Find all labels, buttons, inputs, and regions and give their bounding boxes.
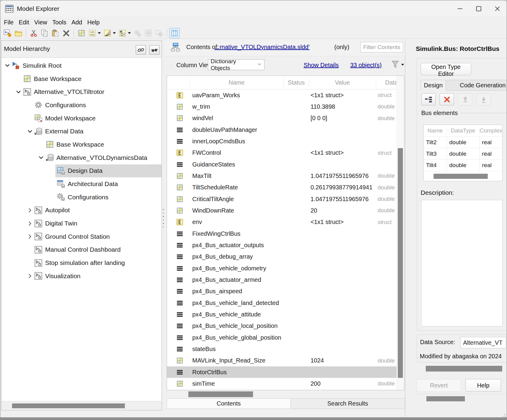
- resize-grip-icon[interactable]: [500, 412, 505, 417]
- menu-add[interactable]: Add: [71, 19, 82, 26]
- object-count-link[interactable]: 33 object(s): [350, 62, 382, 69]
- tree-item-design-data[interactable]: Design Data: [2, 164, 162, 178]
- add-bus-element-button[interactable]: [421, 93, 436, 105]
- dictionary-file-link[interactable]: ...rnative_VTOLDynamicsData.sldd': [215, 44, 310, 51]
- table-row-px4-bus-vehicle-local-position[interactable]: px4_Bus_vehicle_local_position: [167, 320, 397, 332]
- bus-element-row-tilt3[interactable]: Tilt3doublereal: [424, 148, 502, 159]
- paste-button[interactable]: [50, 28, 60, 38]
- column-header-datatype[interactable]: DataType: [376, 78, 397, 87]
- table-row-px4-bus-actuator-armed[interactable]: px4_Bus_actuator_armed: [167, 274, 397, 285]
- maximize-button[interactable]: [469, 0, 488, 17]
- tree-item-ground-control-station[interactable]: Ground Control Station: [2, 230, 162, 243]
- table-row-winddownrate[interactable]: WindDownRate20double: [167, 205, 397, 216]
- bus-table-hscroll-thumb[interactable]: [434, 174, 488, 179]
- open-type-editor-button[interactable]: Open Type Editor: [421, 63, 471, 75]
- tree-item-configurations[interactable]: Configurations: [2, 98, 162, 112]
- link-library-button[interactable]: [136, 45, 146, 54]
- tree-item-architectural-data[interactable]: Architectural Data: [2, 177, 162, 191]
- new-model-button[interactable]: [2, 28, 13, 38]
- column-header-value[interactable]: Value: [309, 78, 376, 87]
- table-row-px4-bus-vehicle-attitude[interactable]: px4_Bus_vehicle_attitude: [167, 309, 397, 320]
- close-button[interactable]: [488, 0, 507, 17]
- preview-glasses-button[interactable]: [149, 45, 159, 54]
- table-row-fixedwingctrlbus[interactable]: FixedWingCtrlBus: [167, 228, 397, 239]
- menu-file[interactable]: File: [4, 19, 14, 26]
- column-view-button[interactable]: [169, 28, 180, 38]
- tree-item-alternative-vtoldynamicsdata[interactable]: Alternative_VTOLDynamicsData: [2, 151, 162, 164]
- menu-edit[interactable]: Edit: [19, 19, 29, 26]
- table-row-statebus[interactable]: stateBus: [167, 343, 397, 355]
- copy-button[interactable]: [39, 28, 50, 38]
- table-row-w-trim[interactable]: w_trim110.3898double: [167, 101, 397, 112]
- filter-contents-input[interactable]: [360, 42, 403, 52]
- tab-design[interactable]: Design: [421, 80, 446, 91]
- tab-search-results[interactable]: Search Results: [291, 398, 405, 409]
- table-row-doubleuavpathmanager[interactable]: doubleUavPathManager: [167, 124, 397, 135]
- table-row-px4-bus-airspeed[interactable]: px4_Bus_airspeed: [167, 286, 397, 297]
- tree-item-digital-twin[interactable]: Digital Twin: [2, 217, 162, 230]
- table-row-env[interactable]: env<1x1 struct>struct: [167, 216, 397, 228]
- description-input[interactable]: [421, 200, 502, 326]
- table-row-fwcontrol[interactable]: FWControl<1x1 struct>struct: [167, 147, 397, 159]
- data-table-button[interactable]: 101010: [87, 28, 102, 38]
- open-folder-button[interactable]: [13, 28, 23, 38]
- table-row-uavparam-works[interactable]: uavParam_Works<1x1 struct>struct: [167, 89, 397, 101]
- tab-contents[interactable]: Contents: [167, 398, 291, 409]
- delete-bus-element-button[interactable]: [440, 93, 454, 105]
- help-button[interactable]: Help: [465, 379, 501, 392]
- left-splitter-grip[interactable]: [163, 209, 164, 227]
- column-header-name[interactable]: Name: [190, 78, 283, 87]
- column-header-status[interactable]: Status: [283, 78, 309, 87]
- tab-code-generation[interactable]: Code Generation: [446, 80, 507, 91]
- signal-plot-button[interactable]: [102, 28, 117, 38]
- menu-tools[interactable]: Tools: [52, 19, 66, 26]
- inspector-bottom-hscroll-thumb[interactable]: [426, 396, 465, 401]
- tree-item-model-workspace[interactable]: Model Workspace: [2, 112, 162, 125]
- dropdown-arrow-icon[interactable]: [113, 32, 116, 34]
- contents-vscroll-thumb[interactable]: [398, 148, 403, 378]
- table-row-mavlink-input-read-size[interactable]: MAVLink_Input_Read_Size1024double: [167, 355, 397, 366]
- hierarchy-horizontal-scrollbar[interactable]: [2, 401, 162, 410]
- tree-item-autopilot[interactable]: Autopilot: [2, 204, 162, 217]
- table-row-simtime[interactable]: simTime200double: [167, 378, 397, 389]
- hierarchy-view-button[interactable]: [117, 28, 132, 38]
- tree-item-simulink-root[interactable]: Simulink Root: [2, 59, 162, 72]
- menu-view[interactable]: View: [34, 19, 47, 26]
- contents-vertical-scrollbar[interactable]: [397, 76, 404, 390]
- hierarchy-hscroll-thumb[interactable]: [12, 403, 125, 408]
- table-row-tiltschedulerate[interactable]: TiltScheduleRate0.26179938779914941doubl…: [167, 182, 397, 193]
- table-row-px4-bus-vehicle-land-detected[interactable]: px4_Bus_vehicle_land_detected: [167, 297, 397, 309]
- table-row-criticaltiltangle[interactable]: CriticalTiltAngle1.0471975511965976doubl…: [167, 193, 397, 205]
- table-row-px4-bus-actuator-outputs[interactable]: px4_Bus_actuator_outputs: [167, 239, 397, 251]
- table-row-rotorctrlbus[interactable]: RotorCtrlBus: [167, 366, 397, 378]
- inspector-hscroll-thumb[interactable]: [426, 366, 502, 372]
- bus-element-row-tilt4[interactable]: Tilt4doublereal: [424, 159, 502, 171]
- base-workspace-button[interactable]: [76, 28, 87, 38]
- table-row-px4-bus-debug-array[interactable]: px4_Bus_debug_array: [167, 251, 397, 263]
- tree-item-manual-control-dashboard[interactable]: Manual Control Dashboard: [2, 243, 162, 257]
- filter-options-button[interactable]: [391, 59, 404, 70]
- show-details-link[interactable]: Show Details: [304, 62, 339, 69]
- table-row-px4-bus-vehicle-global-position[interactable]: px4_Bus_vehicle_global_position: [167, 332, 397, 343]
- data-source-field[interactable]: Alternative_VT: [460, 337, 506, 348]
- tree-item-base-workspace[interactable]: Base Workspace: [2, 138, 162, 151]
- tree-item-visualization[interactable]: Visualization: [2, 269, 162, 283]
- menu-help[interactable]: Help: [87, 19, 100, 26]
- tree-item-configurations[interactable]: Configurations: [2, 191, 162, 204]
- table-row-windvel[interactable]: windVel[0 0 0]double: [167, 113, 397, 124]
- tree-item-stop-simulation-after-landing[interactable]: Stop simulation after landing: [2, 256, 162, 269]
- cut-button[interactable]: [29, 28, 39, 38]
- dropdown-arrow-icon[interactable]: [128, 32, 131, 34]
- contents-hscroll-thumb[interactable]: [188, 391, 253, 397]
- tree-item-external-data[interactable]: External Data: [2, 125, 162, 138]
- table-row-px4-bus-vehicle-odometry[interactable]: px4_Bus_vehicle_odometry: [167, 263, 397, 274]
- dropdown-arrow-icon[interactable]: [98, 32, 101, 34]
- minimize-button[interactable]: [451, 0, 469, 17]
- bus-table-hscrollbar[interactable]: [424, 171, 502, 181]
- table-row-innerloopcmdsbus[interactable]: innerLoopCmdsBus: [167, 135, 397, 147]
- bus-element-row-tilt2[interactable]: Tilt2doublereal: [424, 136, 502, 148]
- tree-item-alternative-vtoltiltrotor[interactable]: Alternative_VTOLTiltrotor: [2, 85, 162, 98]
- column-view-select[interactable]: Dictionary Objects: [208, 59, 264, 70]
- table-row-maxtilt[interactable]: MaxTilt1.0471975511965976double: [167, 170, 397, 182]
- tree-item-base-workspace[interactable]: Base Workspace: [2, 72, 162, 86]
